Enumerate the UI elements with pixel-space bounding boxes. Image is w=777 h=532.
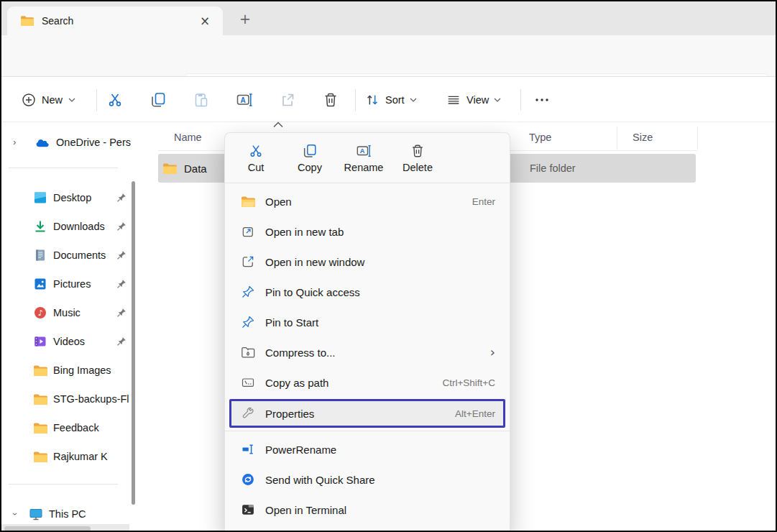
sidebar-item-downloads[interactable]: Downloads [1, 212, 131, 241]
sidebar-item-music[interactable]: ♪ Music [1, 298, 131, 327]
svg-text:A: A [360, 147, 365, 155]
pin-icon [116, 250, 127, 260]
sidebar-item-onedrive[interactable]: › OneDrive - Pers [1, 128, 131, 157]
chevron-down-icon [68, 98, 75, 102]
sidebar-item-label: OneDrive - Pers [56, 137, 131, 148]
shortcut-label: Alt+Enter [455, 408, 495, 419]
tab-close-icon[interactable]: × [196, 12, 214, 30]
open-new-tab-icon [241, 224, 255, 239]
sidebar-item-label: Desktop [53, 192, 116, 203]
share-icon[interactable] [279, 91, 296, 109]
sidebar-item-feedback[interactable]: Feedback [1, 413, 131, 442]
folder-icon [33, 364, 47, 377]
menu-item-send-with-quick-share[interactable]: Send with Quick Share [225, 464, 510, 495]
sidebar-item-label: Feedback [53, 422, 131, 434]
column-header-name[interactable]: Name [174, 132, 202, 143]
sort-label: Sort [385, 94, 405, 106]
music-icon: ♪ [33, 306, 47, 320]
quick-action-delete[interactable]: Delete [395, 143, 441, 173]
sidebar-item-bing-images[interactable]: Bing Images [1, 356, 131, 385]
chevron-up-icon[interactable] [272, 121, 284, 128]
menu-item-copy-as-path[interactable]: Copy as path Ctrl+Shift+C [225, 367, 510, 398]
folder-icon [33, 393, 47, 405]
pin-icon [241, 315, 255, 329]
column-divider[interactable] [697, 127, 698, 150]
new-tab-button[interactable]: + [236, 9, 254, 28]
scrollbar-thumb[interactable] [4, 526, 91, 531]
sidebar-item-label: This PC [49, 508, 131, 520]
column-header-size[interactable]: Size [633, 132, 653, 143]
rename-icon[interactable]: A [236, 91, 253, 109]
menu-item-open-in-terminal[interactable]: Open in Terminal [225, 495, 510, 525]
sidebar-divider [9, 484, 118, 485]
cut-icon[interactable] [106, 91, 124, 109]
menu-separator [225, 431, 510, 431]
quick-action-rename[interactable]: A Rename [341, 143, 387, 173]
view-button[interactable]: View [446, 88, 501, 111]
quick-share-icon [241, 472, 255, 487]
sidebar-item-videos[interactable]: Videos [1, 327, 131, 356]
pin-icon [116, 308, 127, 318]
sidebar-scrollbar[interactable] [132, 181, 135, 505]
this-pc-icon [29, 508, 43, 521]
menu-item-powerrename[interactable]: PowerRename [225, 434, 510, 464]
chevron-down-icon [494, 98, 501, 102]
paste-icon[interactable] [193, 91, 210, 109]
command-bar: New A Sort View [1, 76, 776, 122]
shortcut-label: Ctrl+Shift+C [442, 377, 495, 388]
menu-item-open-in-new-tab[interactable]: Open in new tab [225, 216, 510, 247]
file-name: Data [184, 162, 207, 175]
sidebar: › OneDrive - Pers Desktop Downloads Docu… [1, 122, 139, 531]
quick-action-cut[interactable]: Cut [233, 143, 279, 173]
sidebar-item-rajkumar[interactable]: Rajkumar K [1, 442, 131, 471]
new-button[interactable]: New [16, 88, 81, 111]
menu-item-compress-to[interactable]: Compress to... › [225, 337, 510, 367]
videos-icon [33, 334, 47, 349]
sidebar-item-label: Videos [53, 336, 116, 347]
menu-item-open-in-new-window[interactable]: Open in new window [225, 247, 510, 277]
delete-icon [410, 143, 426, 159]
sort-icon [364, 92, 380, 108]
pin-icon [116, 193, 127, 203]
sidebar-item-label: Documents [53, 249, 116, 261]
more-icon[interactable] [533, 91, 551, 109]
folder-icon [20, 15, 34, 27]
sidebar-item-label: Music [53, 307, 116, 318]
sidebar-item-documents[interactable]: Documents [1, 241, 131, 270]
sort-button[interactable]: Sort [364, 88, 417, 111]
plus-circle-icon [22, 93, 36, 107]
menu-item-properties[interactable]: Properties Alt+Enter [229, 399, 505, 428]
open-new-window-icon [241, 254, 255, 269]
pin-icon [116, 336, 127, 347]
column-divider[interactable] [617, 127, 617, 150]
pin-icon [116, 279, 127, 289]
toolbar-divider [96, 89, 97, 111]
tab-search[interactable]: Search × [7, 6, 223, 35]
toolbar-divider [355, 89, 356, 111]
quick-action-label: Cut [248, 162, 265, 173]
collapse-chevron-icon[interactable]: › [10, 509, 20, 519]
copy-as-path-icon [241, 375, 255, 390]
menu-item-open[interactable]: Open Enter [225, 186, 510, 216]
sidebar-item-label: STG-backups-Fl [53, 393, 131, 405]
sidebar-item-stg-backups[interactable]: STG-backups-Fl [1, 385, 131, 413]
sidebar-divider [9, 168, 118, 168]
tab-bar: Search × + [1, 1, 776, 35]
menu-item-pin-to-quick-access[interactable]: Pin to Quick access [225, 277, 510, 307]
copy-icon [302, 143, 318, 159]
navigation-bar: ← → ↑ ↻ › This PC › Local Disk (C:) › Pr… [1, 35, 776, 76]
expand-chevron-icon[interactable]: › [10, 137, 19, 147]
sidebar-horizontal-scrollbar[interactable] [1, 524, 129, 531]
sidebar-item-pictures[interactable]: Pictures [1, 270, 131, 298]
copy-icon[interactable] [150, 91, 167, 109]
folder-icon [33, 422, 47, 434]
delete-icon[interactable] [322, 91, 339, 109]
menu-item-pin-to-start[interactable]: Pin to Start [225, 307, 510, 337]
sidebar-item-desktop[interactable]: Desktop [1, 183, 131, 212]
pictures-icon [33, 277, 47, 291]
column-header-type[interactable]: Type [529, 132, 551, 143]
folder-icon [33, 451, 47, 463]
context-menu: Cut Copy A Rename Delete Open Enter [224, 132, 510, 532]
view-icon [446, 92, 461, 108]
quick-action-copy[interactable]: Copy [287, 143, 333, 173]
